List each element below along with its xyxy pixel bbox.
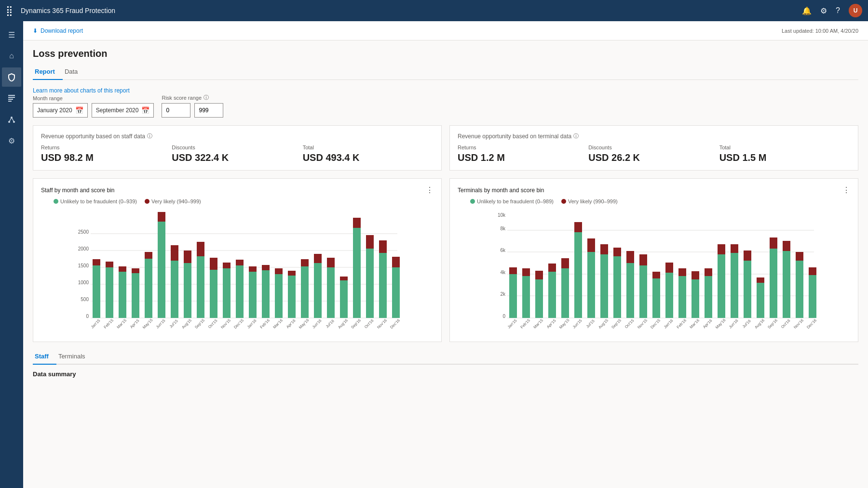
risk-score-filter: Risk score range ⓘ <box>162 94 223 118</box>
svg-text:Jun'15: Jun'15 <box>155 318 166 329</box>
svg-rect-141 <box>744 251 751 261</box>
svg-rect-147 <box>783 241 790 251</box>
main-layout: ☰ ⌂ ⚙ ⬇ Download report Last updated: 10… <box>0 21 868 488</box>
svg-text:Nov'15: Nov'15 <box>220 318 231 330</box>
tab-report[interactable]: Report <box>33 65 63 80</box>
svg-rect-0 <box>8 95 15 96</box>
month-range-filter: Month range January 2020 📅 September 202… <box>33 95 154 118</box>
svg-text:0: 0 <box>502 314 505 319</box>
staff-legend-red-label: Very likely (940–999) <box>151 198 201 204</box>
page-tabs: Report Data <box>33 65 858 80</box>
svg-rect-107 <box>522 268 530 276</box>
sidebar-item-protection[interactable] <box>2 67 21 87</box>
svg-text:Nov'15: Nov'15 <box>637 318 648 330</box>
svg-text:Oct'16: Oct'16 <box>780 318 791 330</box>
settings-icon[interactable]: ⚙ <box>820 6 827 15</box>
svg-rect-23 <box>106 267 113 318</box>
sidebar-item-settings[interactable]: ⚙ <box>2 131 21 150</box>
staff-chart-legend: Unlikely to be fraudulent (0–939) Very l… <box>41 198 434 204</box>
svg-rect-127 <box>652 272 660 278</box>
svg-rect-36 <box>184 251 191 263</box>
svg-rect-26 <box>119 266 126 272</box>
bottom-tabs: Staff Terminals <box>33 350 858 365</box>
month-range-label: Month range <box>33 95 154 101</box>
svg-text:May'16: May'16 <box>715 318 727 330</box>
staff-chart-svg-wrap: 0 500 1000 1500 2000 2500 <box>41 208 434 335</box>
svg-rect-111 <box>548 264 556 272</box>
terminal-legend-red: Very likely (990–999) <box>561 198 618 204</box>
terminal-card-metrics: Returns USD 1.2 M Discounts USD 26.2 K T… <box>458 145 850 163</box>
svg-rect-58 <box>327 258 335 267</box>
svg-text:Feb'16: Feb'16 <box>676 318 687 330</box>
svg-rect-118 <box>600 254 608 318</box>
risk-min-input[interactable] <box>162 103 190 118</box>
bottom-tab-terminals[interactable]: Terminals <box>56 350 93 365</box>
avatar[interactable]: U <box>849 4 862 17</box>
svg-rect-42 <box>223 263 231 268</box>
bell-icon[interactable]: 🔔 <box>802 6 812 15</box>
svg-text:Oct'15: Oct'15 <box>624 318 635 330</box>
svg-rect-43 <box>236 265 244 318</box>
svg-text:May'15: May'15 <box>558 318 570 330</box>
terminal-chart-menu[interactable]: ⋮ <box>842 185 850 195</box>
svg-text:Jan'16: Jan'16 <box>663 318 674 329</box>
cards-row: Revenue opportunity based on staff data … <box>33 125 858 171</box>
svg-rect-21 <box>93 265 100 318</box>
svg-rect-145 <box>770 237 777 249</box>
sidebar-item-reports[interactable] <box>2 89 21 108</box>
svg-rect-138 <box>731 253 738 318</box>
calendar-icon-end: 📅 <box>141 106 149 114</box>
models-icon <box>7 115 16 124</box>
svg-rect-45 <box>249 272 257 318</box>
svg-rect-117 <box>587 238 595 252</box>
svg-rect-63 <box>366 249 374 318</box>
svg-text:Jul'16: Jul'16 <box>742 318 752 329</box>
sidebar-item-menu[interactable]: ☰ <box>2 25 21 44</box>
svg-text:10k: 10k <box>498 212 506 218</box>
svg-text:Aug'16: Aug'16 <box>754 318 765 330</box>
svg-rect-44 <box>236 260 244 265</box>
svg-rect-27 <box>132 273 139 318</box>
svg-rect-109 <box>535 271 543 279</box>
svg-rect-106 <box>522 276 530 318</box>
svg-rect-35 <box>184 263 191 318</box>
svg-rect-129 <box>665 263 673 273</box>
bottom-tab-staff[interactable]: Staff <box>33 350 56 365</box>
svg-rect-135 <box>705 268 712 276</box>
learn-more-link[interactable]: Learn more about charts of this report <box>33 87 130 94</box>
download-report-button[interactable]: ⬇ Download report <box>33 27 83 34</box>
svg-rect-53 <box>301 266 309 318</box>
svg-rect-124 <box>639 265 647 318</box>
svg-text:Jul'15: Jul'15 <box>169 318 179 329</box>
staff-returns: Returns USD 98.2 M <box>41 145 172 163</box>
staff-card-info-icon: ⓘ <box>147 132 152 140</box>
staff-chart-menu[interactable]: ⋮ <box>426 185 434 195</box>
staff-card-metrics: Returns USD 98.2 M Discounts USD 322.4 K… <box>41 145 434 163</box>
waffle-icon[interactable]: ⣿ <box>6 5 13 16</box>
svg-rect-130 <box>678 276 686 318</box>
svg-text:Dec'15: Dec'15 <box>233 318 244 330</box>
svg-rect-30 <box>145 252 152 259</box>
terminal-chart-header: Terminals by month and score bin ⋮ <box>458 185 850 195</box>
start-date-input[interactable]: January 2020 📅 <box>33 103 88 118</box>
svg-text:Jan'16: Jan'16 <box>246 318 258 329</box>
terminal-revenue-card: Revenue opportunity based on terminal da… <box>449 125 858 171</box>
svg-rect-57 <box>327 267 335 318</box>
sidebar-item-models[interactable] <box>2 110 21 129</box>
svg-rect-132 <box>692 279 699 318</box>
tab-data[interactable]: Data <box>63 65 85 80</box>
risk-max-input[interactable] <box>194 103 223 118</box>
svg-text:1500: 1500 <box>78 263 89 268</box>
svg-rect-29 <box>145 259 152 318</box>
toolbar: ⬇ Download report Last updated: 10:00 AM… <box>23 21 868 40</box>
page-content: Loss prevention Report Data Learn more a… <box>23 40 868 385</box>
svg-rect-22 <box>93 259 100 265</box>
end-date-input[interactable]: September 2020 📅 <box>92 103 154 118</box>
sidebar-item-home[interactable]: ⌂ <box>2 46 21 66</box>
svg-rect-148 <box>796 261 803 318</box>
svg-text:2500: 2500 <box>78 229 89 235</box>
terminal-chart-svg: 0 2k 4k 6k 8k 10k <box>458 208 850 333</box>
svg-rect-68 <box>392 257 400 267</box>
help-icon[interactable]: ? <box>836 6 840 15</box>
svg-rect-134 <box>705 276 712 318</box>
